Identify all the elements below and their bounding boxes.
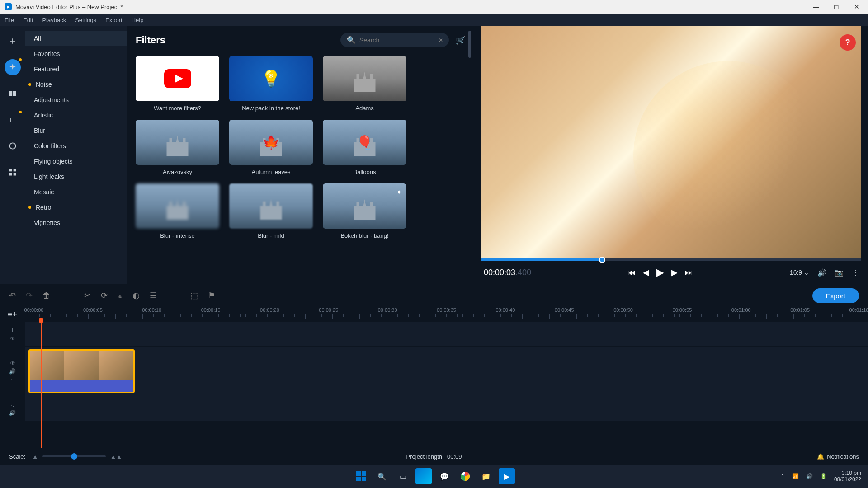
start-button[interactable] (353, 468, 369, 484)
marker-button[interactable]: ⚑ (208, 291, 215, 300)
redo-button[interactable]: ↷ (26, 291, 33, 300)
undo-button[interactable]: ↶ (9, 291, 16, 300)
skip-end-button[interactable]: ⏭ (685, 268, 693, 277)
filter-item-0[interactable]: Want more filters? (136, 56, 219, 112)
video-clip[interactable] (28, 349, 135, 393)
zoom-out-icon[interactable]: ▲ (32, 453, 38, 460)
add-track-button[interactable]: ≡+ (8, 310, 17, 319)
snapshot-button[interactable]: 📷 (835, 268, 844, 277)
video-track-controls[interactable]: 👁🔊← (0, 347, 25, 396)
ruler-label: 00:00:15 (201, 307, 221, 313)
close-button[interactable]: ✕ (850, 0, 863, 14)
play-button[interactable]: ▶ (656, 267, 664, 278)
category-label: Color filters (34, 142, 66, 150)
category-light-leaks[interactable]: Light leaks (25, 169, 127, 184)
more-tool[interactable] (5, 164, 21, 180)
search-input[interactable] (359, 37, 439, 44)
file-explorer-icon[interactable]: 📁 (478, 468, 494, 484)
category-retro[interactable]: Retro (25, 200, 127, 215)
category-featured[interactable]: Featured (25, 61, 127, 77)
menu-help[interactable]: Help (132, 17, 144, 23)
split-button[interactable]: ✂ (84, 291, 91, 300)
rotate-button[interactable]: ⟳ (101, 291, 108, 300)
scrollbar[interactable] (468, 31, 471, 58)
filter-item-6[interactable]: Blur - intense (136, 183, 219, 239)
transitions-tool[interactable] (5, 85, 21, 102)
taskbar-search[interactable]: 🔍 (374, 468, 390, 484)
category-label: Favorites (34, 50, 60, 57)
zoom-in-icon[interactable]: ▲▲ (110, 453, 122, 460)
filter-item-3[interactable]: Aivazovsky (136, 120, 219, 175)
text-track-controls[interactable]: T👁 (0, 322, 25, 347)
delete-button[interactable]: 🗑 (42, 291, 51, 300)
maximize-button[interactable]: ◻ (830, 0, 843, 14)
playhead[interactable] (41, 322, 42, 448)
prev-frame-button[interactable]: ◀ (643, 267, 649, 277)
next-frame-button[interactable]: ▶ (671, 267, 678, 277)
cart-icon[interactable]: 🛒 (456, 35, 466, 45)
audio-track-controls[interactable]: ♫🔊 (0, 396, 25, 421)
video-track[interactable] (25, 347, 868, 396)
clear-search-icon[interactable]: ✕ (439, 37, 443, 43)
category-adjustments[interactable]: Adjustments (25, 92, 127, 108)
widgets[interactable] (415, 468, 432, 484)
preview-menu-button[interactable]: ⋮ (852, 268, 859, 277)
category-blur[interactable]: Blur (25, 123, 127, 138)
search-box[interactable]: 🔍 ✕ (340, 33, 449, 47)
color-adjust-button[interactable]: ◐ (132, 291, 140, 300)
skip-start-button[interactable]: ⏮ (627, 268, 636, 277)
windows-taskbar: 🔍 ▭ 💬 📁 ▶ ⌃ 📶 🔊 🔋 3:10 pm 08/01/2022 (0, 465, 868, 488)
timeline-ruler[interactable]: 00:00:0000:00:0500:00:1000:00:1500:00:20… (25, 307, 868, 322)
filter-item-7[interactable]: Blur - mild (229, 183, 313, 239)
filter-item-1[interactable]: 💡New pack in the store! (229, 56, 313, 112)
volume-tray-icon[interactable]: 🔊 (806, 473, 813, 479)
filter-item-5[interactable]: 🎈Balloons (323, 120, 406, 175)
movavi-taskbar-icon[interactable]: ▶ (499, 468, 515, 484)
menu-settings[interactable]: Settings (75, 17, 96, 23)
chat-icon[interactable]: 💬 (436, 468, 453, 484)
menu-edit[interactable]: Edit (23, 17, 33, 23)
filter-item-8[interactable]: ✦Bokeh blur - bang! (323, 183, 406, 239)
text-track[interactable] (25, 322, 868, 347)
titles-tool[interactable]: Tт (5, 112, 21, 128)
taskbar-clock[interactable]: 3:10 pm 08/01/2022 (834, 470, 861, 483)
audio-track[interactable] (25, 396, 868, 421)
minimize-button[interactable]: — (809, 0, 823, 14)
clip-audio-track[interactable] (30, 380, 133, 392)
filters-tool[interactable] (5, 59, 21, 75)
category-noise[interactable]: Noise (25, 77, 127, 92)
filter-item-4[interactable]: 🍁Autumn leaves (229, 120, 313, 175)
category-favorites[interactable]: Favorites (25, 46, 127, 61)
category-vignettes[interactable]: Vignettes (25, 215, 127, 230)
aspect-ratio-button[interactable]: 16:9 ⌄ (790, 269, 809, 276)
sidebar-tools: Tт (0, 26, 25, 284)
task-view[interactable]: ▭ (395, 468, 411, 484)
preview-scrubber[interactable] (481, 258, 861, 261)
crop-button[interactable]: ⟁ (118, 291, 123, 300)
wifi-icon[interactable]: 📶 (792, 473, 799, 479)
add-media-tool[interactable] (5, 33, 21, 49)
filter-item-2[interactable]: Adams (323, 56, 406, 112)
record-button[interactable]: ⬚ (190, 291, 198, 300)
notifications-button[interactable]: 🔔Notifications (817, 453, 859, 460)
filter-label: Aivazovsky (136, 169, 219, 175)
clip-properties-button[interactable]: ☰ (150, 291, 157, 300)
volume-button[interactable]: 🔊 (817, 268, 826, 277)
menu-file[interactable]: File (5, 17, 14, 23)
menu-playback[interactable]: Playback (42, 17, 66, 23)
category-flying-objects[interactable]: Flying objects (25, 154, 127, 169)
chrome-icon[interactable] (457, 468, 473, 484)
help-button[interactable]: ? (840, 34, 856, 51)
export-button[interactable]: Export (812, 288, 859, 303)
stickers-tool[interactable] (5, 138, 21, 154)
category-artistic[interactable]: Artistic (25, 108, 127, 123)
battery-icon[interactable]: 🔋 (820, 473, 827, 479)
scale-slider[interactable] (42, 455, 106, 457)
menu-export[interactable]: Export (105, 17, 123, 23)
category-mosaic[interactable]: Mosaic (25, 184, 127, 200)
category-all[interactable]: All (25, 31, 127, 46)
preview-video[interactable]: ? (481, 26, 861, 258)
scale-handle[interactable] (71, 453, 77, 460)
tray-overflow[interactable]: ⌃ (780, 473, 785, 479)
category-color-filters[interactable]: Color filters (25, 138, 127, 154)
